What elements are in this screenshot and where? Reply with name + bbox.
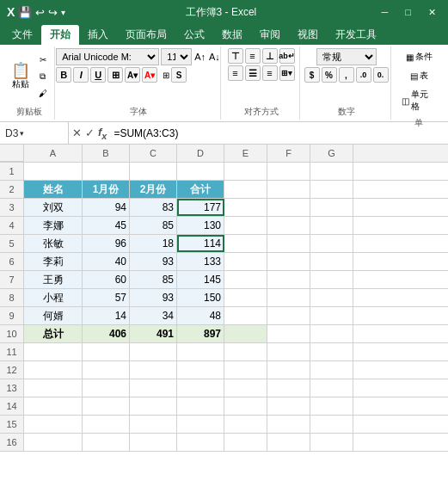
underline-button[interactable]: U [90,67,106,83]
cell-a8[interactable]: 小程 [24,289,83,306]
cell-f13[interactable] [267,379,310,397]
cell-b5[interactable]: 96 [83,235,130,252]
col-header-f[interactable]: F [267,145,310,162]
cell-g6[interactable] [310,253,353,270]
align-bottom-button[interactable]: ⊥ [262,48,278,64]
cell-b10[interactable]: 406 [83,325,130,342]
tab-insert[interactable]: 插入 [79,25,117,45]
cell-b4[interactable]: 45 [83,217,130,234]
align-top-button[interactable]: ⊤ [228,48,243,64]
cell-a16[interactable] [24,434,83,451]
cell-b3[interactable]: 94 [83,199,130,216]
cell-c4[interactable]: 85 [130,217,177,234]
cell-f7[interactable] [267,271,310,288]
cell-f10[interactable] [267,325,310,342]
cell-e9[interactable] [224,307,267,324]
cell-c3[interactable]: 83 [130,199,177,216]
cell-g5[interactable] [310,235,353,252]
cell-a7[interactable]: 王勇 [24,271,83,288]
cell-e11[interactable] [224,343,267,360]
restore-button[interactable]: □ [400,5,416,20]
cell-d15[interactable] [177,416,224,433]
cell-a5[interactable]: 张敏 [24,235,83,252]
insert-function-icon[interactable]: fx [98,126,107,141]
number-format-select[interactable]: 常规 [316,48,377,65]
col-header-a[interactable]: A [24,145,83,162]
cell-d5[interactable]: 114 [177,235,224,252]
align-right-button[interactable]: ≡ [262,65,278,81]
cell-b14[interactable] [83,397,130,415]
save-icon[interactable]: 💾 [18,6,32,19]
cell-e7[interactable] [224,271,267,288]
tab-review[interactable]: 审阅 [251,25,289,45]
cancel-formula-icon[interactable]: ✕ [72,126,82,139]
bold-button[interactable]: B [56,67,71,83]
tab-home[interactable]: 开始 [41,25,79,45]
cell-d13[interactable] [177,379,224,397]
cell-f9[interactable] [267,307,310,324]
cell-e1[interactable] [224,163,267,180]
cell-c2[interactable]: 2月份 [130,181,177,198]
cell-a12[interactable] [24,361,83,379]
quick-access-more[interactable]: ▾ [61,8,65,17]
cell-e8[interactable] [224,289,267,306]
merge-button[interactable]: ⊞▾ [279,65,295,81]
redo-icon[interactable]: ↪ [48,6,58,19]
cell-d4[interactable]: 130 [177,217,224,234]
cell-a11[interactable] [24,343,83,360]
font-size-select[interactable]: 11 [161,48,192,65]
decrease-decimal-button[interactable]: 0. [373,67,389,83]
cell-c16[interactable] [130,434,177,451]
cell-f16[interactable] [267,434,310,451]
cell-g15[interactable] [310,416,353,433]
italic-button[interactable]: I [73,67,89,83]
cell-a13[interactable] [24,379,83,397]
font-name-select[interactable]: Arial Unicode M: [56,48,159,65]
cell-e10[interactable] [224,325,267,342]
close-button[interactable]: ✕ [423,5,441,20]
col-header-g[interactable]: G [310,145,353,162]
confirm-formula-icon[interactable]: ✓ [85,126,95,139]
cell-b15[interactable] [83,416,130,433]
cell-f11[interactable] [267,343,310,360]
col-header-d[interactable]: D [177,145,224,162]
cell-e5[interactable] [224,235,267,252]
border-button[interactable]: ⊞ [107,67,123,83]
cell-e3[interactable] [224,199,267,216]
cell-b16[interactable] [83,434,130,451]
col-header-c[interactable]: C [130,145,177,162]
tab-data[interactable]: 数据 [213,25,251,45]
cell-b11[interactable] [83,343,130,360]
tab-view[interactable]: 视图 [289,25,327,45]
cell-e12[interactable] [224,361,267,379]
cell-g16[interactable] [310,434,353,451]
cell-d9[interactable]: 48 [177,307,224,324]
cell-d8[interactable]: 150 [177,289,224,306]
cell-f3[interactable] [267,199,310,216]
cell-d3[interactable]: 177 [177,199,224,216]
undo-icon[interactable]: ↩ [35,6,45,19]
cell-e16[interactable] [224,434,267,451]
cut-button[interactable]: ✂ [35,52,51,67]
cell-g1[interactable] [310,163,353,180]
cell-d16[interactable] [177,434,224,451]
cell-styles-button[interactable]: ◫单元格 [398,86,439,115]
cell-g11[interactable] [310,343,353,360]
wrap-text-button[interactable]: ab↵ [279,48,295,64]
cell-g4[interactable] [310,217,353,234]
tab-file[interactable]: 文件 [3,25,41,45]
align-left-button[interactable]: ≡ [228,65,243,81]
font-grow-icon[interactable]: A↑ [193,51,206,63]
cell-c8[interactable]: 93 [130,289,177,306]
cell-g12[interactable] [310,361,353,379]
increase-decimal-button[interactable]: .0 [356,67,371,83]
cell-a14[interactable] [24,397,83,415]
cell-e14[interactable] [224,397,267,415]
cell-c1[interactable] [130,163,177,180]
format-painter-button[interactable]: 🖌 [35,86,51,101]
cell-d1[interactable] [177,163,224,180]
cell-f15[interactable] [267,416,310,433]
cell-d14[interactable] [177,397,224,415]
tab-developer[interactable]: 开发工具 [327,25,385,45]
cell-c12[interactable] [130,361,177,379]
